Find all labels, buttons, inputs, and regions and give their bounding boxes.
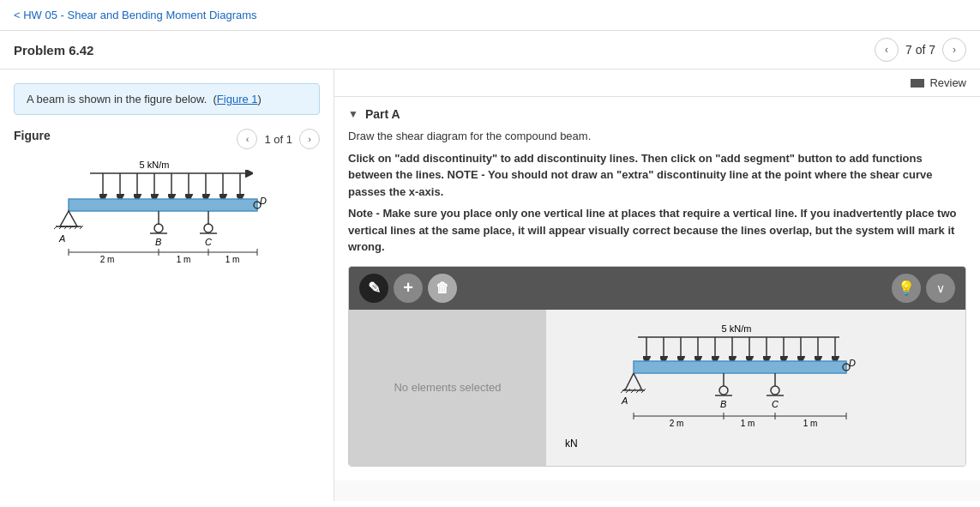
svg-text:1 m: 1 m	[225, 255, 239, 264]
part-a-header[interactable]: ▼ Part A	[348, 97, 966, 128]
part-a-description: Draw the shear diagram for the compound …	[348, 128, 966, 256]
expand-button[interactable]: ∨	[926, 274, 955, 303]
header-row: Problem 6.42 ‹ 7 of 7 ›	[0, 31, 980, 69]
hint-button[interactable]: 💡	[892, 274, 921, 303]
review-button[interactable]: Review	[911, 76, 966, 89]
svg-line-56	[634, 373, 642, 390]
svg-text:D: D	[260, 196, 267, 206]
review-bar: Review	[334, 69, 980, 97]
beam-figure-svg: 5 kN/m	[14, 156, 320, 268]
svg-rect-54	[634, 361, 846, 373]
instruction-3: Note - Make sure you place only one vert…	[348, 205, 966, 256]
svg-line-55	[625, 373, 634, 390]
drawing-right-controls: 💡 ∨	[892, 274, 955, 303]
svg-text:C: C	[772, 399, 779, 409]
left-panel: A beam is shown in the figure below. (Fi…	[0, 69, 334, 501]
svg-point-25	[204, 224, 213, 232]
svg-point-21	[154, 224, 163, 232]
svg-marker-11	[60, 211, 77, 226]
lightbulb-icon: 💡	[898, 280, 915, 296]
next-button[interactable]: ›	[942, 38, 966, 62]
svg-text:2 m: 2 m	[99, 255, 114, 264]
drawing-toolbar: ✎ + 🗑 💡 ∨	[349, 267, 965, 310]
svg-text:kN: kN	[565, 438, 578, 450]
add-icon: +	[403, 278, 413, 298]
svg-rect-10	[69, 199, 257, 211]
drawing-left-panel[interactable]: No elements selected	[349, 310, 546, 466]
review-label: Review	[929, 76, 966, 89]
page-count: 7 of 7	[905, 43, 935, 57]
part-a-label: Part A	[365, 107, 400, 121]
svg-text:5 kN/m: 5 kN/m	[722, 323, 752, 334]
right-panel: Review ▼ Part A Draw the shear diagram f…	[334, 69, 980, 501]
svg-text:D: D	[849, 358, 856, 368]
svg-text:B: B	[155, 237, 161, 247]
review-icon	[911, 79, 924, 88]
svg-text:B: B	[720, 399, 726, 409]
breadcrumb-nav[interactable]: < HW 05 - Shear and Bending Moment Diagr…	[0, 0, 980, 31]
beam-diagram: Figure ‹ 1 of 1 › 5 kN/m	[14, 129, 320, 268]
drawing-right-panel: 5 kN/m	[546, 310, 965, 466]
drawing-tools: ✎ + 🗑	[359, 274, 457, 303]
prev-button[interactable]: ‹	[875, 38, 899, 62]
svg-text:1 m: 1 m	[176, 255, 190, 264]
figure-page: 1 of 1	[264, 133, 292, 146]
svg-text:A: A	[621, 395, 628, 406]
svg-text:1 m: 1 m	[741, 419, 755, 428]
no-elements-text: No elements selected	[394, 347, 501, 428]
svg-text:A: A	[58, 233, 65, 244]
load-label: 5 kN/m	[139, 160, 169, 170]
delete-button[interactable]: 🗑	[428, 274, 457, 303]
problem-title: Problem 6.42	[14, 43, 93, 57]
figure-prev-button[interactable]: ‹	[237, 129, 257, 149]
description-text: A beam is shown in the figure below.	[27, 93, 207, 106]
instruction-1: Draw the shear diagram for the compound …	[348, 128, 966, 145]
part-a-section: ▼ Part A Draw the shear diagram for the …	[334, 97, 980, 480]
svg-point-65	[719, 386, 728, 395]
figure-link[interactable]: Figure 1	[217, 93, 258, 106]
svg-text:C: C	[205, 237, 212, 247]
navigation-controls: ‹ 7 of 7 ›	[875, 38, 966, 62]
trash-icon: 🗑	[436, 281, 449, 296]
main-layout: A beam is shown in the figure below. (Fi…	[0, 69, 980, 501]
problem-description: A beam is shown in the figure below. (Fi…	[14, 83, 320, 115]
draw-icon: ✎	[368, 279, 381, 298]
add-button[interactable]: +	[394, 274, 423, 303]
figure-label: Figure	[14, 129, 51, 142]
chevron-down-icon: ∨	[936, 281, 945, 295]
drawing-area: No elements selected 5 kN/m	[349, 310, 965, 466]
instruction-2: Click on "add discontinuity" to add disc…	[348, 150, 966, 201]
svg-point-69	[771, 386, 779, 395]
breadcrumb-link[interactable]: < HW 05 - Shear and Bending Moment Diagr…	[14, 9, 257, 21]
svg-text:2 m: 2 m	[670, 419, 684, 428]
draw-tool-button[interactable]: ✎	[359, 274, 388, 303]
figure-next-button[interactable]: ›	[299, 129, 320, 149]
part-a-arrow: ▼	[348, 108, 358, 120]
drawing-container: ✎ + 🗑 💡 ∨	[348, 266, 966, 467]
svg-text:1 m: 1 m	[803, 419, 818, 428]
